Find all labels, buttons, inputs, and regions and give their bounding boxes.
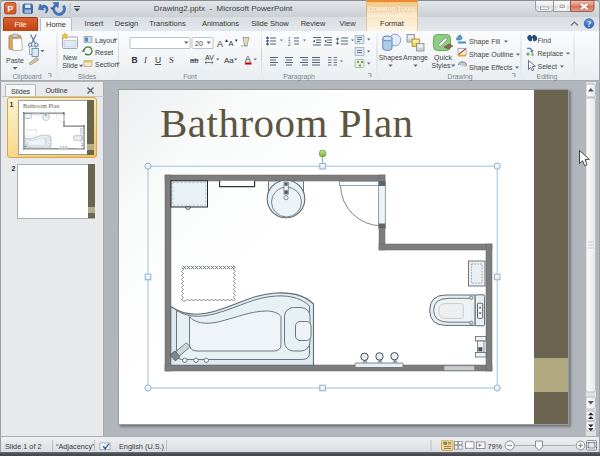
svg-text:S: S [169,55,174,65]
svg-text:Slide: Slide [62,62,78,69]
svg-text:AV: AV [205,54,214,61]
svg-text:Find: Find [538,37,552,44]
svg-text:Shape Outline: Shape Outline [469,51,513,59]
svg-text:▼: ▼ [234,38,238,43]
svg-text:Select: Select [538,63,558,70]
svg-text:Paragraph: Paragraph [283,73,315,81]
svg-text:Aa: Aa [224,56,234,65]
svg-text:Slides: Slides [78,73,97,80]
svg-text:P: P [7,4,13,14]
svg-text:Drawing: Drawing [448,73,473,81]
svg-text:1: 1 [288,37,291,42]
svg-text:Editing: Editing [537,73,558,81]
svg-text:Replace: Replace [538,50,564,58]
svg-text:Layout: Layout [95,37,116,45]
svg-text:Shape Fill: Shape Fill [469,38,501,46]
svg-text:79%: 79% [488,441,503,450]
svg-text:Quick: Quick [434,54,452,62]
svg-text:B: B [132,55,138,65]
svg-text:A: A [217,39,223,49]
svg-text:I: I [143,55,148,65]
svg-text:Arrange: Arrange [403,54,428,62]
svg-text:Styles: Styles [431,62,451,70]
svg-text:U: U [155,55,161,65]
svg-text:New: New [63,54,78,61]
svg-text:Paste: Paste [6,57,24,64]
svg-text:Reset: Reset [95,49,113,56]
svg-text:Shape Effects: Shape Effects [469,64,513,72]
svg-text:Font: Font [183,73,197,80]
svg-text:ab: ab [190,56,198,65]
svg-text:2: 2 [288,42,291,47]
svg-text:Section: Section [95,61,118,68]
svg-text:?: ? [587,19,591,29]
svg-text:Shapes: Shapes [379,54,403,62]
svg-text:Clipboard: Clipboard [12,73,41,81]
svg-text:20: 20 [195,40,203,47]
svg-text:A: A [229,39,234,48]
svg-text:A: A [245,54,251,64]
